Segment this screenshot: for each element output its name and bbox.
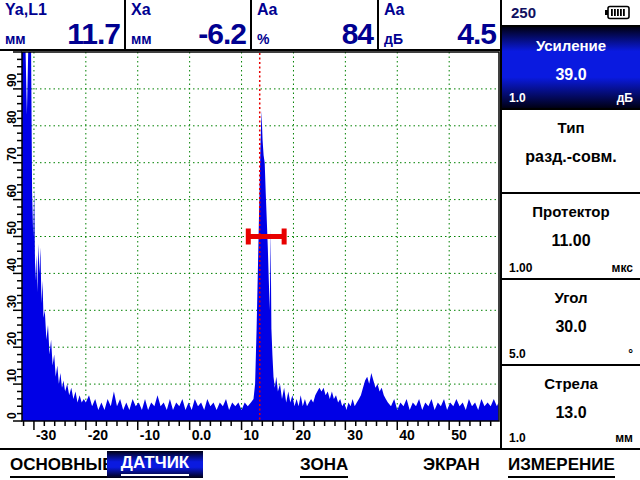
readout-ya[interactable]: Ya,L1 мм 11.7 [0, 0, 124, 49]
y-tick-label: 20 [5, 332, 19, 346]
x-tick-label: -20 [88, 427, 108, 443]
status-strip: 250 [502, 0, 640, 27]
param-title: Стрела [502, 366, 640, 392]
param-unit: мм [615, 431, 633, 445]
x-tick-label: -10 [140, 427, 160, 443]
param-unit: мкс [612, 261, 633, 275]
x-tick-label: -30 [36, 427, 56, 443]
readout-value: 11.7 [67, 19, 120, 49]
param-step: 1.00 [509, 261, 532, 275]
flaw-detector-screen: -30-20-100.01020304050010203040506070809… [0, 0, 640, 480]
x-tick-label: 40 [399, 427, 415, 443]
gate-end-right [282, 229, 287, 245]
param-title: Угол [502, 280, 640, 306]
menu-tab-datchik[interactable]: ДАТЧИК [107, 451, 203, 478]
x-tick-label: 10 [244, 427, 260, 443]
y-tick-label: 40 [5, 258, 19, 272]
param-gain[interactable]: Усиление 39.0 1.0 дБ [502, 27, 640, 108]
readout-unit: дБ [384, 31, 403, 47]
param-protector[interactable]: Протектор 11.00 1.00 мкс [502, 192, 640, 278]
param-value: разд.-совм. [502, 136, 640, 166]
menu-tab-osnovnye[interactable]: ОСНОВНЫЕ [10, 455, 114, 478]
battery-icon [604, 5, 631, 20]
param-unit: дБ [617, 91, 633, 105]
parameter-panel: 250 Усиление 39.0 1.0 дБ Тип разд.-совм. [500, 0, 640, 448]
readout-unit: мм [5, 31, 26, 47]
param-title: Протектор [502, 194, 640, 220]
x-tick-label: 30 [347, 427, 363, 443]
y-tick-label: 80 [5, 110, 19, 124]
readout-unit: мм [131, 31, 152, 47]
readout-bar: Ya,L1 мм 11.7 Xa мм -6.2 Aa % 84 Aa дБ [0, 0, 500, 51]
readout-value: 4.5 [457, 19, 496, 49]
param-angle[interactable]: Угол 30.0 5.0 ° [502, 278, 640, 364]
param-value: 11.00 [502, 220, 640, 250]
menu-tab-zona[interactable]: ЗОНА [300, 455, 348, 478]
param-step: 1.0 [509, 431, 526, 445]
readout-aa-db[interactable]: Aa дБ 4.5 [377, 0, 500, 49]
x-tick-label: 0.0 [192, 427, 212, 443]
y-tick-label: 90 [5, 73, 19, 87]
param-value: 39.0 [502, 54, 640, 84]
range-value: 250 [511, 4, 536, 21]
y-tick-label: 70 [5, 147, 19, 161]
readout-unit: % [257, 31, 269, 47]
ascan-chart: -30-20-100.01020304050010203040506070809… [0, 0, 500, 448]
menu-tab-label: ДАТЧИК [121, 453, 189, 476]
param-title: Тип [502, 110, 640, 136]
gate-end-left [246, 229, 251, 245]
param-arrow[interactable]: Стрела 13.0 1.0 мм [502, 364, 640, 448]
readout-value: -6.2 [198, 19, 246, 49]
y-tick-label: 60 [5, 184, 19, 198]
x-tick-label: 50 [451, 427, 467, 443]
menu-bar: ОСНОВНЫЕ ДАТЧИК ЗОНА ЭКРАН ИЗМЕРЕНИЕ [0, 448, 640, 480]
param-type[interactable]: Тип разд.-совм. [502, 108, 640, 192]
y-tick-label: 50 [5, 221, 19, 235]
y-tick-label: 10 [5, 368, 19, 382]
gate-marker[interactable] [248, 234, 285, 239]
y-tick-label: 30 [5, 295, 19, 309]
param-value: 13.0 [502, 392, 640, 422]
param-unit: ° [628, 347, 633, 361]
readout-value: 84 [342, 19, 373, 49]
menu-tab-ekran[interactable]: ЭКРАН [423, 455, 480, 475]
param-title: Усиление [502, 27, 640, 54]
param-step: 5.0 [509, 347, 526, 361]
y-tick-label: 0 [5, 412, 19, 419]
readout-aa-percent[interactable]: Aa % 84 [250, 0, 377, 49]
menu-tab-izmerenie[interactable]: ИЗМЕРЕНИЕ [508, 455, 615, 478]
param-step: 1.0 [509, 91, 526, 105]
readout-xa[interactable]: Xa мм -6.2 [124, 0, 250, 49]
param-value: 30.0 [502, 306, 640, 336]
x-tick-label: 20 [295, 427, 311, 443]
